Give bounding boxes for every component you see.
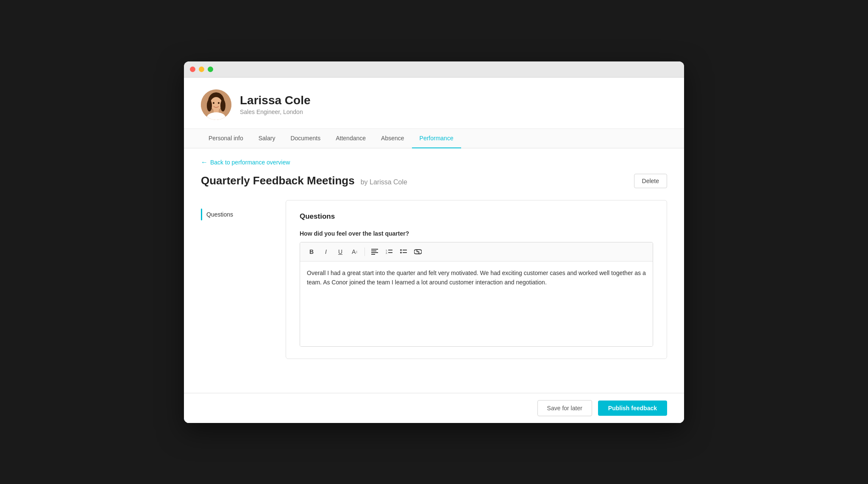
tab-personal-info[interactable]: Personal info	[201, 129, 251, 148]
svg-rect-12	[371, 254, 375, 255]
page-title: Quarterly Feedback Meetings	[201, 174, 355, 187]
content-layout: Questions Questions How did you feel ove…	[201, 200, 667, 359]
close-button[interactable]	[190, 67, 195, 72]
svg-rect-10	[371, 250, 376, 251]
link-button[interactable]	[412, 246, 424, 258]
underline-button[interactable]: U	[334, 246, 347, 258]
svg-point-2	[210, 97, 222, 111]
publish-feedback-button[interactable]: Publish feedback	[598, 401, 667, 416]
profile-header: Larissa Cole Sales Engineer, London	[184, 78, 684, 129]
tab-salary[interactable]: Salary	[251, 129, 283, 148]
svg-point-8	[218, 102, 220, 103]
svg-rect-9	[371, 249, 378, 250]
page-title-by: by Larissa Cole	[361, 178, 407, 186]
sidebar-label: Questions	[206, 211, 233, 218]
page-title-left: Quarterly Feedback Meetings by Larissa C…	[201, 174, 407, 187]
delete-button[interactable]: Delete	[634, 174, 667, 188]
page-body: ← Back to performance overview Quarterly…	[184, 148, 684, 393]
window-footer: Save for later Publish feedback	[184, 393, 684, 423]
svg-text:2.: 2.	[386, 252, 388, 254]
save-later-button[interactable]: Save for later	[537, 400, 592, 416]
svg-point-17	[400, 249, 402, 251]
back-link-label: Back to performance overview	[210, 159, 290, 166]
svg-rect-11	[371, 252, 378, 253]
profile-info: Larissa Cole Sales Engineer, London	[240, 94, 311, 115]
back-arrow-icon: ←	[201, 159, 208, 166]
app-content: Larissa Cole Sales Engineer, London Pers…	[184, 78, 684, 423]
tab-absence[interactable]: Absence	[373, 129, 412, 148]
tab-attendance[interactable]: Attendance	[328, 129, 373, 148]
svg-rect-20	[403, 252, 407, 253]
bold-button[interactable]: B	[305, 246, 318, 258]
svg-point-3	[207, 100, 212, 111]
tab-documents[interactable]: Documents	[283, 129, 328, 148]
titlebar	[184, 61, 684, 78]
minimize-button[interactable]	[199, 67, 204, 72]
nav-tabs: Personal info Salary Documents Attendanc…	[184, 129, 684, 148]
editor-body[interactable]: Overall I had a great start into the qua…	[300, 261, 653, 346]
form-title: Questions	[300, 212, 653, 221]
app-window: Larissa Cole Sales Engineer, London Pers…	[184, 61, 684, 423]
profile-name: Larissa Cole	[240, 94, 311, 107]
sidebar-item-questions[interactable]: Questions	[201, 205, 286, 224]
svg-rect-18	[403, 250, 407, 250]
page-title-row: Quarterly Feedback Meetings by Larissa C…	[201, 174, 667, 188]
align-button[interactable]	[368, 246, 381, 258]
unordered-list-button[interactable]	[397, 246, 410, 258]
sidebar-accent	[201, 209, 202, 220]
svg-point-7	[213, 102, 214, 103]
italic-button[interactable]: I	[320, 246, 332, 258]
rich-text-editor[interactable]: B I U A↕	[300, 242, 653, 347]
svg-rect-14	[388, 250, 392, 250]
maximize-button[interactable]	[208, 67, 213, 72]
editor-toolbar: B I U A↕	[300, 242, 653, 261]
profile-subtitle: Sales Engineer, London	[240, 108, 311, 115]
avatar	[201, 89, 231, 120]
tab-performance[interactable]: Performance	[412, 129, 461, 148]
question-label: How did you feel over the last quarter?	[300, 230, 653, 237]
back-link[interactable]: ← Back to performance overview	[201, 159, 667, 166]
svg-rect-16	[388, 252, 392, 253]
font-size-button[interactable]: A↕	[348, 246, 361, 258]
form-panel: Questions How did you feel over the last…	[286, 200, 667, 359]
ordered-list-button[interactable]: 1. 2.	[383, 246, 395, 258]
sidebar-section: Questions	[201, 200, 286, 359]
svg-point-19	[400, 252, 402, 253]
toolbar-separator-1	[364, 248, 365, 256]
svg-point-4	[220, 100, 225, 111]
